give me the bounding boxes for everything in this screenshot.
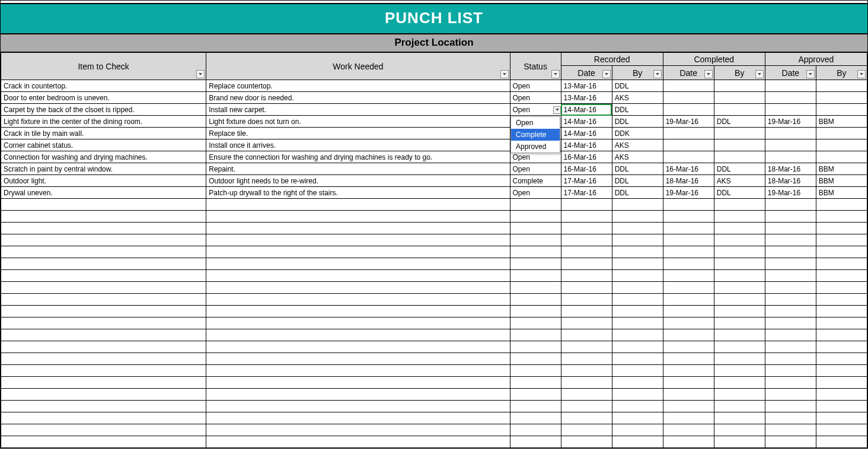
cell-completed-date[interactable] — [663, 329, 714, 341]
cell-work[interactable]: Install once it arrives. — [206, 139, 510, 151]
cell-recorded-by[interactable] — [612, 329, 663, 341]
cell-approved-date[interactable] — [765, 306, 816, 318]
cell-status[interactable] — [510, 306, 561, 318]
cell-approved-date[interactable] — [765, 365, 816, 377]
cell-recorded-by[interactable] — [612, 412, 663, 424]
cell-completed-date[interactable] — [663, 92, 714, 104]
cell-completed-by[interactable] — [714, 353, 765, 365]
cell-status[interactable]: Open — [510, 80, 561, 92]
cell-recorded-date[interactable] — [561, 389, 612, 401]
cell-approved-date[interactable]: 18-Mar-16 — [765, 163, 816, 175]
cell-approved-by[interactable] — [816, 80, 867, 92]
cell-approved-date[interactable] — [765, 223, 816, 234]
cell-approved-date[interactable]: 18-Mar-16 — [765, 175, 816, 187]
cell-completed-by[interactable] — [714, 329, 765, 341]
cell-approved-by[interactable]: BBM — [816, 187, 867, 199]
cell-work[interactable] — [206, 424, 510, 436]
cell-completed-by[interactable] — [714, 436, 765, 448]
cell-recorded-date[interactable] — [561, 211, 612, 223]
cell-work[interactable] — [206, 306, 510, 318]
cell-status[interactable]: Complete — [510, 175, 561, 187]
cell-recorded-date[interactable]: 14-Mar-16 — [561, 116, 612, 128]
cell-status[interactable] — [510, 199, 561, 211]
cell-approved-by[interactable] — [816, 199, 867, 211]
cell-recorded-by[interactable]: DDL — [612, 116, 663, 128]
cell-recorded-by[interactable] — [612, 199, 663, 211]
cell-completed-by[interactable] — [714, 104, 765, 116]
cell-completed-date[interactable] — [663, 389, 714, 401]
cell-approved-by[interactable] — [816, 377, 867, 389]
cell-approved-by[interactable] — [816, 139, 867, 151]
cell-work[interactable] — [206, 365, 510, 377]
col-header-approved-date[interactable]: Date — [765, 66, 816, 80]
cell-recorded-by[interactable] — [612, 282, 663, 294]
filter-icon[interactable] — [551, 70, 560, 78]
cell-completed-by[interactable] — [714, 294, 765, 306]
cell-recorded-date[interactable]: 17-Mar-16 — [561, 175, 612, 187]
cell-completed-date[interactable] — [663, 151, 714, 163]
cell-approved-by[interactable] — [816, 104, 867, 116]
cell-completed-by[interactable]: AKS — [714, 175, 765, 187]
cell-approved-date[interactable] — [765, 234, 816, 246]
cell-completed-by[interactable] — [714, 270, 765, 282]
cell-recorded-by[interactable]: DDL — [612, 104, 663, 116]
cell-item[interactable]: Outdoor light. — [1, 175, 206, 187]
cell-item[interactable] — [1, 401, 206, 412]
cell-item[interactable] — [1, 365, 206, 377]
cell-dropdown-button[interactable] — [553, 106, 561, 114]
col-header-completed-by[interactable]: By — [714, 66, 765, 80]
cell-approved-date[interactable] — [765, 341, 816, 353]
cell-approved-by[interactable] — [816, 424, 867, 436]
cell-approved-by[interactable] — [816, 436, 867, 448]
filter-icon[interactable] — [755, 70, 764, 78]
cell-completed-by[interactable] — [714, 234, 765, 246]
col-header-recorded-date[interactable]: Date — [561, 66, 612, 80]
cell-recorded-by[interactable] — [612, 436, 663, 448]
cell-work[interactable] — [206, 199, 510, 211]
cell-status[interactable] — [510, 401, 561, 412]
cell-recorded-by[interactable]: DDL — [612, 163, 663, 175]
cell-approved-by[interactable] — [816, 389, 867, 401]
cell-completed-date[interactable] — [663, 341, 714, 353]
cell-approved-by[interactable]: BBM — [816, 116, 867, 128]
cell-item[interactable] — [1, 412, 206, 424]
cell-work[interactable] — [206, 282, 510, 294]
cell-completed-date[interactable] — [663, 306, 714, 318]
cell-completed-date[interactable]: 19-Mar-16 — [663, 116, 714, 128]
cell-item[interactable] — [1, 270, 206, 282]
cell-recorded-by[interactable]: DDL — [612, 187, 663, 199]
filter-icon[interactable] — [196, 70, 205, 78]
cell-item[interactable] — [1, 377, 206, 389]
cell-recorded-date[interactable]: 16-Mar-16 — [561, 163, 612, 175]
cell-approved-by[interactable] — [816, 128, 867, 139]
cell-item[interactable] — [1, 318, 206, 329]
cell-work[interactable]: Light fixture does not turn on. — [206, 116, 510, 128]
cell-completed-by[interactable] — [714, 377, 765, 389]
cell-completed-by[interactable] — [714, 282, 765, 294]
cell-item[interactable]: Corner cabinet status. — [1, 139, 206, 151]
cell-item[interactable] — [1, 436, 206, 448]
cell-approved-by[interactable] — [816, 341, 867, 353]
cell-work[interactable]: Ensure the connection for washing and dr… — [206, 151, 510, 163]
cell-approved-by[interactable] — [816, 294, 867, 306]
cell-work[interactable] — [206, 258, 510, 270]
cell-item[interactable] — [1, 211, 206, 223]
cell-completed-date[interactable] — [663, 223, 714, 234]
cell-approved-by[interactable] — [816, 306, 867, 318]
cell-approved-date[interactable] — [765, 80, 816, 92]
cell-completed-date[interactable] — [663, 211, 714, 223]
cell-work[interactable] — [206, 294, 510, 306]
cell-approved-by[interactable] — [816, 211, 867, 223]
cell-recorded-date[interactable] — [561, 401, 612, 412]
cell-completed-date[interactable]: 19-Mar-16 — [663, 187, 714, 199]
cell-recorded-date[interactable] — [561, 353, 612, 365]
cell-completed-by[interactable] — [714, 401, 765, 412]
cell-completed-by[interactable]: DDL — [714, 116, 765, 128]
cell-recorded-by[interactable] — [612, 401, 663, 412]
cell-item[interactable]: Carpet by the back of the clsoet is ripp… — [1, 104, 206, 116]
cell-recorded-date[interactable] — [561, 282, 612, 294]
cell-recorded-date[interactable] — [561, 424, 612, 436]
cell-approved-by[interactable] — [816, 92, 867, 104]
cell-recorded-by[interactable] — [612, 234, 663, 246]
cell-approved-date[interactable] — [765, 270, 816, 282]
